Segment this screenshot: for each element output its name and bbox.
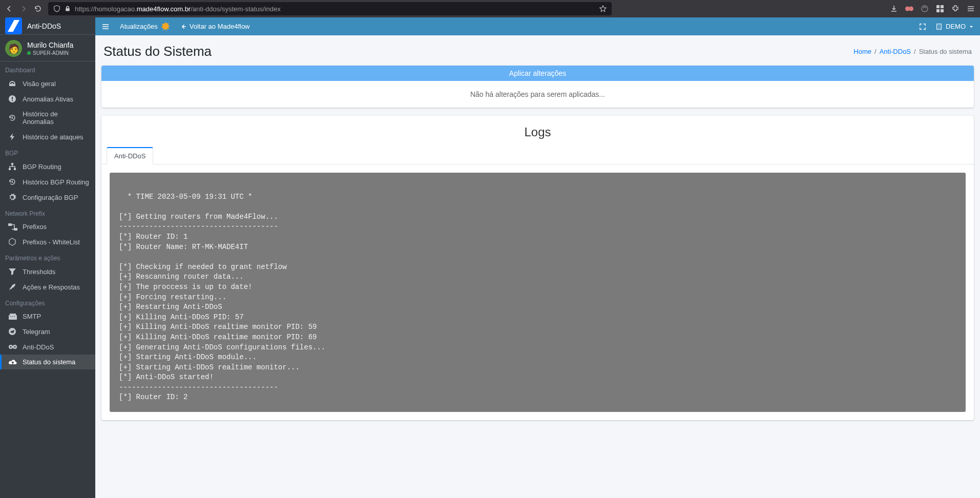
browser-back-button[interactable] bbox=[5, 5, 13, 13]
content-header: Status do Sistema Home / Anti-DDoS / Sta… bbox=[103, 44, 972, 59]
sidebar-item-vis-o-geral[interactable]: Visão geral bbox=[0, 76, 95, 91]
cloud-icon bbox=[8, 359, 17, 366]
history-icon bbox=[8, 178, 17, 186]
routing-icon bbox=[8, 162, 17, 171]
svg-point-21 bbox=[10, 346, 12, 348]
apply-changes-card: Aplicar alterações Não há alterações par… bbox=[101, 66, 974, 108]
demo-dropdown[interactable]: DEMO bbox=[935, 23, 974, 30]
sidebar-item-smtp[interactable]: SMTP bbox=[0, 309, 95, 324]
sidebar-item-label: Anti-DDoS bbox=[23, 343, 54, 351]
sidebar-item-hist-rico-de-anomalias[interactable]: Histórico de Anomalias bbox=[0, 107, 95, 129]
sidebar-item-label: Prefixos - WhiteList bbox=[23, 238, 80, 246]
url-text: https://homologacao.made4flow.com.br/ant… bbox=[75, 5, 595, 13]
svg-rect-11 bbox=[9, 168, 11, 170]
sidebar-item-thresholds[interactable]: Thresholds bbox=[0, 264, 95, 279]
alert-icon bbox=[8, 95, 17, 103]
shield-icon bbox=[53, 5, 60, 12]
sidebar-item-telegram[interactable]: Telegram bbox=[0, 324, 95, 339]
sidebar-item-label: Anomalias Ativas bbox=[23, 95, 73, 103]
sidebar-item-bgp-routing[interactable]: BGP Routing bbox=[0, 159, 95, 174]
telegram-icon bbox=[8, 327, 17, 336]
chevron-down-icon bbox=[969, 24, 974, 29]
content: Status do Sistema Home / Anti-DDoS / Sta… bbox=[95, 35, 980, 498]
menu-icon[interactable] bbox=[967, 5, 975, 13]
back-to-made4flow-link[interactable]: Voltar ao Made4flow bbox=[180, 23, 250, 30]
svg-point-2 bbox=[922, 6, 928, 12]
breadcrumb-home[interactable]: Home bbox=[853, 48, 871, 55]
user-name: Murilo Chianfa bbox=[27, 41, 73, 49]
logs-tabs: Anti-DDoS bbox=[101, 147, 974, 164]
sidebar-item-label: Thresholds bbox=[23, 268, 55, 276]
svg-rect-3 bbox=[936, 5, 940, 8]
svg-rect-15 bbox=[9, 315, 17, 320]
sidebar-item-configura-o-bgp[interactable]: Configuração BGP bbox=[0, 190, 95, 205]
nav-section-header: Dashboard bbox=[0, 61, 95, 76]
brand[interactable]: Anti-DDoS bbox=[0, 17, 95, 35]
gamepad-icon[interactable] bbox=[905, 5, 913, 13]
log-output: * TIME 2023-05-09 19:31 UTC * [*] Gettin… bbox=[110, 173, 966, 412]
svg-rect-12 bbox=[14, 168, 16, 170]
hamburger-button[interactable] bbox=[101, 23, 110, 31]
sidebar-item-label: Configuração BGP bbox=[23, 194, 78, 201]
sync-icon[interactable] bbox=[921, 5, 929, 13]
sidebar-item-a-es-e-respostas[interactable]: Ações e Respostas bbox=[0, 279, 95, 295]
grid-icon[interactable] bbox=[936, 5, 944, 13]
apply-changes-message: Não há alterações para serem aplicadas..… bbox=[101, 81, 974, 108]
building-icon bbox=[935, 23, 943, 30]
lock-icon bbox=[65, 6, 71, 12]
apply-changes-button[interactable]: Aplicar alterações bbox=[101, 66, 974, 81]
sidebar-item-prefixos[interactable]: Prefixos bbox=[0, 219, 95, 234]
download-icon[interactable] bbox=[890, 5, 898, 13]
browser-forward-button[interactable] bbox=[19, 5, 28, 13]
nav-section-header: Configurações bbox=[0, 295, 95, 309]
sidebar-item-label: Prefixos bbox=[23, 223, 47, 231]
svg-rect-17 bbox=[12, 316, 13, 317]
breadcrumb-current: Status do sistema bbox=[919, 48, 972, 55]
sidebar-item-label: Status do sistema bbox=[23, 358, 75, 366]
smtp-icon bbox=[8, 313, 17, 320]
logs-title: Logs bbox=[101, 116, 974, 147]
svg-rect-6 bbox=[941, 9, 944, 12]
extensions-icon[interactable] bbox=[951, 5, 960, 13]
svg-point-1 bbox=[909, 7, 913, 11]
bookmark-star-icon[interactable] bbox=[599, 5, 607, 12]
browser-reload-button[interactable] bbox=[34, 5, 42, 13]
filter-icon bbox=[8, 267, 17, 276]
page-title: Status do Sistema bbox=[103, 44, 212, 59]
updates-link[interactable]: Atualizações bbox=[120, 22, 170, 31]
sidebar-item-label: Histórico de ataques bbox=[23, 133, 84, 141]
main: Atualizações Voltar ao Made4flow DEMO bbox=[95, 17, 980, 498]
topbar: Atualizações Voltar ao Made4flow DEMO bbox=[95, 17, 980, 35]
svg-rect-18 bbox=[14, 316, 15, 317]
svg-rect-8 bbox=[12, 97, 13, 99]
gear-icon bbox=[8, 193, 17, 201]
browser-url-bar[interactable]: https://homologacao.made4flow.com.br/ant… bbox=[48, 2, 612, 15]
sidebar-item-anomalias-ativas[interactable]: Anomalias Ativas bbox=[0, 91, 95, 107]
sidebar: Anti-DDoS 🧑 Murilo Chianfa SUPER-ADMIN D… bbox=[0, 17, 95, 498]
sidebar-item-hist-rico-de-ataques[interactable]: Histórico de ataques bbox=[0, 129, 95, 144]
svg-rect-10 bbox=[11, 163, 13, 165]
sidebar-item-status-do-sistema[interactable]: Status do sistema bbox=[0, 355, 95, 369]
nav-section-header: Parâmetros e ações bbox=[0, 250, 95, 264]
rocket-icon bbox=[8, 283, 17, 291]
tab-anti-ddos[interactable]: Anti-DDoS bbox=[107, 147, 153, 164]
user-panel: 🧑 Murilo Chianfa SUPER-ADMIN bbox=[0, 35, 95, 61]
dashboard-icon bbox=[8, 79, 17, 88]
svg-rect-4 bbox=[941, 5, 944, 8]
sidebar-item-label: Visão geral bbox=[23, 80, 56, 88]
sidebar-item-prefixos-whitelist[interactable]: Prefixos - WhiteList bbox=[0, 234, 95, 250]
sidebar-item-label: BGP Routing bbox=[23, 163, 61, 171]
svg-point-23 bbox=[14, 346, 16, 348]
sidebar-item-label: SMTP bbox=[23, 313, 41, 320]
avatar[interactable]: 🧑 bbox=[5, 40, 22, 57]
fullscreen-button[interactable] bbox=[919, 23, 926, 30]
hex-icon bbox=[8, 238, 17, 246]
brand-text: Anti-DDoS bbox=[27, 22, 61, 30]
svg-rect-13 bbox=[8, 223, 12, 226]
sidebar-item-label: Ações e Respostas bbox=[23, 283, 80, 291]
sidebar-item-hist-rico-bgp-routing[interactable]: Histórico BGP Routing bbox=[0, 174, 95, 190]
nav-section-header: Network Prefix bbox=[0, 205, 95, 219]
sidebar-item-label: Histórico BGP Routing bbox=[23, 178, 89, 186]
sidebar-item-anti-ddos[interactable]: Anti-DDoS bbox=[0, 339, 95, 355]
breadcrumb-section[interactable]: Anti-DDoS bbox=[880, 48, 911, 55]
